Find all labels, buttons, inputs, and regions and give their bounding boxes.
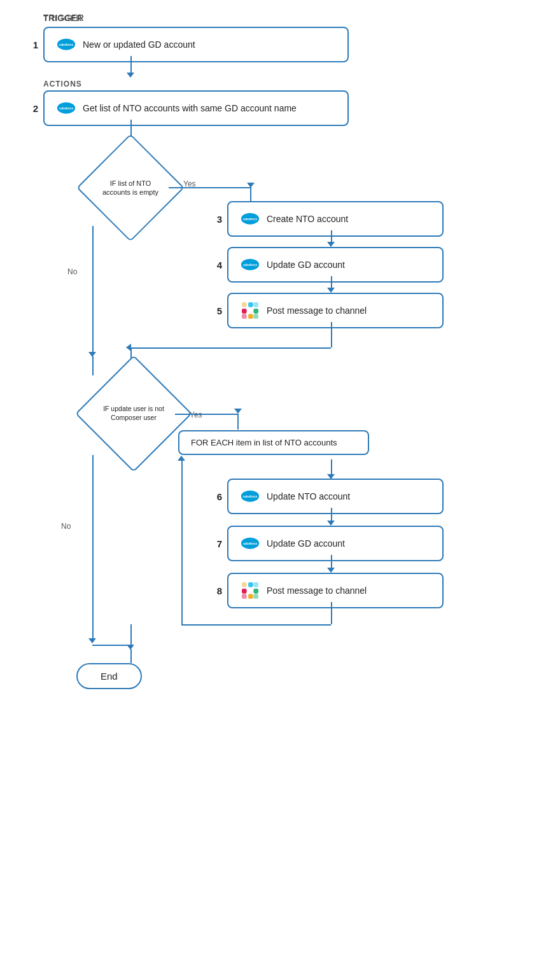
svg-rect-14: [253, 314, 258, 319]
step-2-node[interactable]: salesforce Get list of NTO accounts with…: [43, 90, 349, 126]
step-7-text: Update GD account: [267, 538, 345, 549]
svg-rect-11: [248, 314, 253, 319]
arrow-d2-no-v: [92, 455, 94, 640]
arrow-1-to-actions: [130, 56, 132, 74]
step-4-node[interactable]: salesforce Update GD account: [227, 247, 444, 283]
arrowhead-loopback: [178, 456, 185, 461]
svg-rect-27: [242, 582, 247, 587]
step-7-row: 7 salesforce Update GD account: [207, 526, 444, 561]
arrowhead-6: [327, 521, 335, 526]
salesforce-icon-3: salesforce: [240, 209, 260, 229]
arrow-5-left-h: [130, 347, 331, 349]
arrow-d1-yes-h: [169, 187, 251, 188]
step-8-text: Post message to channel: [267, 585, 367, 596]
svg-rect-25: [253, 582, 258, 587]
arrow-d1-yes-v: [250, 188, 251, 201]
arrow-7-to-8: [331, 555, 332, 569]
step-1-node[interactable]: salesforce New or updated GD account: [43, 27, 349, 62]
merge-to-end-v: [130, 624, 132, 645]
diamond-2-text: IF update user is not Composer user: [92, 372, 175, 455]
step-3-node[interactable]: salesforce Create NTO account: [227, 201, 444, 237]
end-node: End: [76, 663, 142, 689]
diamond-2: IF update user is not Composer user: [92, 372, 175, 455]
actions-section-label: ACTIONS: [43, 80, 82, 88]
arrow-8-left: [181, 624, 331, 626]
svg-rect-10: [253, 309, 258, 314]
svg-text:salesforce: salesforce: [243, 263, 258, 267]
loop-text: FOR EACH item in list of NTO accounts: [191, 438, 337, 447]
arrowhead-d2-no: [88, 638, 96, 643]
step-3-row: 3 salesforce Create NTO account: [207, 201, 444, 237]
arrow-6-to-7: [331, 508, 332, 522]
trigger-section-label: TRIGGER: [43, 14, 82, 23]
arrow-d2-yes-h: [175, 414, 239, 415]
step-7-node[interactable]: salesforce Update GD account: [227, 526, 444, 561]
svg-rect-26: [253, 594, 258, 599]
svg-rect-20: [242, 589, 247, 594]
diamond-1-text: IF list of NTO accounts is empty: [92, 150, 169, 226]
arrowhead-4: [327, 288, 335, 293]
diamond-1: IF list of NTO accounts is empty: [92, 150, 169, 226]
step-6-node[interactable]: salesforce Update NTO account: [227, 479, 444, 514]
svg-rect-24: [242, 594, 247, 599]
arrow-4-to-5: [331, 276, 332, 289]
step-4-text: Update GD account: [267, 260, 345, 270]
step-1-text: New or updated GD account: [83, 39, 195, 50]
arrow-d2-yes-v: [237, 414, 239, 430]
step-2-text: Get list of NTO accounts with same GD ac…: [83, 103, 297, 113]
svg-text:salesforce: salesforce: [59, 43, 74, 46]
arrow-5-left-v: [331, 322, 332, 347]
salesforce-icon-2: salesforce: [56, 98, 76, 118]
label-no-1: No: [67, 267, 77, 276]
step-1-number: 1 salesforce New or updated GD account: [23, 27, 349, 62]
svg-rect-8: [242, 309, 247, 314]
step-2-row: 2 salesforce Get list of NTO accounts wi…: [23, 90, 349, 126]
end-text: End: [76, 663, 142, 689]
arrowhead-d2-yes: [234, 409, 242, 414]
arrow-8-down: [331, 602, 332, 624]
svg-text:salesforce: salesforce: [243, 542, 258, 545]
salesforce-icon-6: salesforce: [240, 486, 260, 507]
svg-rect-21: [248, 582, 253, 587]
label-yes-2: Yes: [190, 410, 202, 419]
arrowhead-7: [327, 568, 335, 573]
flow-canvas: TRIGGER TRIGGER 1 salesforce New or upda…: [19, 13, 541, 955]
slack-icon-8: [240, 580, 260, 601]
svg-text:salesforce: salesforce: [243, 495, 258, 498]
loop-node[interactable]: FOR EACH item in list of NTO accounts: [178, 430, 369, 455]
svg-rect-12: [242, 314, 247, 319]
svg-rect-15: [242, 302, 247, 307]
svg-rect-9: [248, 302, 253, 307]
salesforce-icon-7: salesforce: [240, 533, 260, 554]
svg-rect-22: [253, 589, 258, 594]
step-6-text: Update NTO account: [267, 491, 350, 501]
step-8-node[interactable]: Post message to channel: [227, 573, 444, 608]
svg-text:salesforce: salesforce: [243, 218, 258, 221]
step-3-text: Create NTO account: [267, 214, 348, 224]
label-no-2: No: [61, 522, 71, 531]
arrow-3-to-4: [331, 230, 332, 243]
arrow-8-up: [181, 458, 183, 624]
slack-icon-5: [240, 300, 260, 321]
arrow-to-end-final: [130, 649, 132, 663]
step-5-row: 5 Post message to channel: [207, 293, 444, 328]
step-5-text: Post message to channel: [267, 305, 367, 316]
arrowhead-1: [127, 73, 134, 78]
arrow-d1-no-v: [92, 226, 94, 353]
svg-rect-13: [253, 302, 258, 307]
svg-rect-23: [248, 594, 253, 599]
arrowhead-d1-yes: [247, 183, 255, 188]
salesforce-icon: salesforce: [56, 34, 76, 55]
arrow-loop-to-6: [331, 459, 332, 475]
salesforce-icon-4: salesforce: [240, 255, 260, 275]
svg-text:salesforce: salesforce: [59, 107, 74, 110]
arrowhead-3: [327, 242, 335, 247]
step-4-row: 4 salesforce Update GD account: [207, 247, 444, 283]
step-6-row: 6 salesforce Update NTO account: [207, 479, 444, 514]
loop-text-box: FOR EACH item in list of NTO accounts: [178, 430, 369, 455]
step-5-node[interactable]: Post message to channel: [227, 293, 444, 328]
merge-to-end-h: [92, 645, 130, 646]
step-8-row: 8 Post message to channel: [207, 573, 444, 608]
